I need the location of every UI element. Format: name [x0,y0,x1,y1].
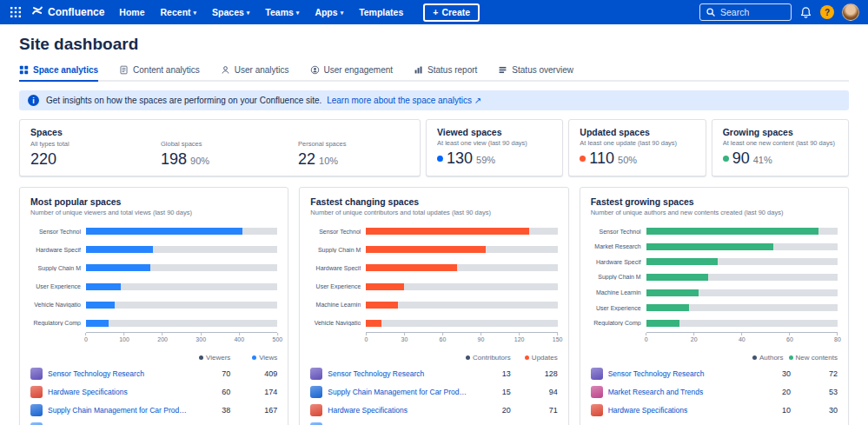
table-row[interactable]: Supply Chain Management for Car Producti… [30,401,277,419]
app-switcher-icon[interactable] [9,5,23,19]
tick-label: 0 [364,336,368,342]
chart-category-label: Regulatory Comp [30,320,81,326]
chart-bar-fill [646,243,773,250]
tick-label: 0 [645,336,648,342]
panel-title: Fastest growing spaces [591,196,838,207]
table-row[interactable]: User Experience Design1390 [30,419,277,425]
column-header-views: Views [235,354,277,362]
grid-icon [19,65,29,75]
tab-content-analytics[interactable]: Content analytics [119,65,200,80]
table-row[interactable]: Hardware Specifications60174 [30,382,277,401]
axis-tick: 100 [119,333,129,342]
tick-mark [366,333,367,335]
tab-status-overview[interactable]: Status overview [498,65,573,80]
nav-item-home[interactable]: Home [113,3,150,21]
user-avatar[interactable] [842,3,859,21]
help-icon[interactable]: ? [820,5,834,19]
tick-mark [557,333,558,335]
chart-row: Sensor Technol [310,227,557,236]
space-link[interactable]: Supply Chain Management for Car Producti… [48,406,190,415]
space-link[interactable]: Sensor Technology Research [328,369,470,378]
table-row[interactable]: Market Research and Trends2053 [591,382,838,401]
space-link[interactable]: Sensor Technology Research [608,369,751,378]
tick-mark [124,333,125,335]
nav-item-teams[interactable]: Teams▾ [259,3,305,21]
card-subtitle: At least one view (last 90 days) [437,139,552,147]
chart-bar [366,302,557,309]
table-row[interactable]: Hardware Specifications2071 [310,401,557,419]
table-header-row: AuthorsNew contents [591,354,838,362]
space-link[interactable]: Hardware Specifications [328,406,470,415]
banner-message: Get insights on how the spaces are perfo… [46,96,321,105]
create-button[interactable]: + Create [423,3,480,22]
panel-title: Fastest changing spaces [310,196,557,207]
space-avatar [30,422,43,425]
chart-category-label: User Experience [30,283,81,289]
chart-row: Sensor Technol [30,227,277,236]
chart-bar [86,320,277,327]
main-content: Site dashboard Space analyticsContent an… [0,35,868,425]
nav-item-spaces[interactable]: Spaces▾ [206,3,255,21]
space-avatar [310,386,322,398]
space-link[interactable]: Market Research and Trends [608,388,751,396]
panel-subtitle: Number of unique contributors and total … [310,209,557,216]
space-link[interactable]: Sensor Technology Research [48,369,190,378]
chart-bar [646,320,838,327]
tick-mark [277,333,278,335]
table-header-row: ViewersViews [30,354,277,362]
tick-mark [693,333,694,335]
legend-dot [525,355,529,360]
chart-bar-fill [366,283,404,290]
column-header-label: New contents [796,354,838,362]
chart-bar-fill [366,264,456,271]
value-col-2: 174 [235,388,277,396]
tick-label: 400 [234,336,244,342]
space-link[interactable]: Supply Chain Management for Car Producti… [328,388,470,396]
card-subtitle: At least one update (last 90 days) [580,139,694,147]
value-col-1: 30 [756,369,791,378]
value-col-1: 38 [195,406,230,415]
chart-bar [366,320,557,327]
column-header-label: Contributors [473,354,511,362]
search-box[interactable] [699,3,792,21]
tab-status-report[interactable]: Status report [414,65,477,80]
tab-space-analytics[interactable]: Space analytics [19,65,98,82]
space-link[interactable]: Hardware Specifications [608,406,751,415]
tab-label: Space analytics [33,65,98,75]
chart-bar-fill [366,228,529,235]
space-link[interactable]: Hardware Specifications [48,388,190,396]
axis-tick: 500 [272,333,282,342]
chart-bar-track [86,320,277,327]
axis-tick: 30 [401,333,407,342]
tick-mark [789,333,790,335]
chart-row: Vehicle Navigatio [30,301,277,309]
metric-value-row: 2210% [298,150,346,169]
nav-menu: HomeRecent▾Spaces▾Teams▾Apps▾Templates [113,3,409,21]
table-row[interactable]: Sensor Technology Research3072 [591,364,838,382]
chart-bar-fill [646,304,690,311]
nav-item-apps[interactable]: Apps▾ [308,3,349,21]
card-title: Growing spaces [723,127,838,137]
tick-label: 0 [84,336,88,342]
table-row[interactable]: Sensor Technology Research70409 [30,364,277,382]
nav-item-label: Spaces [212,7,244,17]
banner-learn-more-link[interactable]: Learn more about the space analytics ↗ [327,96,481,105]
notifications-bell-icon[interactable] [799,6,812,19]
chart-category-label: Machine Learnin [591,289,641,296]
search-input[interactable] [720,7,785,17]
confluence-logo[interactable]: Confluence [31,4,104,20]
table-row[interactable]: Supply Chain Management for Car Producti… [310,382,557,401]
metric-value-row: 19890% [161,150,298,169]
tab-user-analytics[interactable]: User analytics [221,65,289,80]
table-row[interactable]: Sensor Technology Research13128 [310,364,557,382]
table-row[interactable]: Hardware Specifications1030 [591,401,838,419]
chart-bar-fill [646,289,699,296]
table-row[interactable]: User Experience Design630 [310,419,557,425]
chart-row: Machine Learnin [591,289,838,297]
nav-item-recent[interactable]: Recent▾ [155,3,203,21]
chart-bar [366,264,557,271]
space-avatar [591,404,603,416]
nav-item-templates[interactable]: Templates [353,3,409,21]
chart-category-label: Vehicle Navigatio [30,302,81,308]
tab-user-engagement[interactable]: User engagement [310,65,394,80]
